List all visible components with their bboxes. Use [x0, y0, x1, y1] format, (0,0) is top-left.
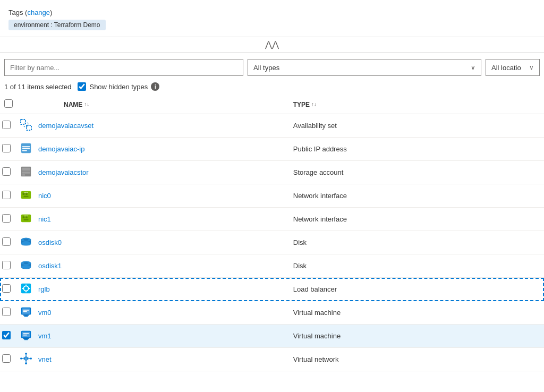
svg-rect-16: [27, 192, 28, 193]
row-checkbox[interactable]: [2, 237, 11, 246]
tags-section: Tags (change) environment : Terraform De…: [0, 8, 544, 37]
type-sort[interactable]: TYPE ↑↓: [293, 101, 317, 108]
resource-name-link[interactable]: demojavaiacavset: [38, 122, 94, 130]
resource-name-link[interactable]: rglb: [38, 285, 50, 293]
table-row: osdisk1Disk: [0, 254, 544, 278]
tags-change-link[interactable]: change: [27, 8, 50, 16]
table-row: demojavaiacavsetAvailability set: [0, 114, 544, 138]
resource-name-link[interactable]: demojavaiacstor: [38, 168, 89, 176]
svg-rect-46: [23, 338, 29, 339]
type-dropdown-label: All types: [253, 64, 279, 72]
show-hidden-types-container: Show hidden types i: [78, 82, 159, 91]
resource-name-link[interactable]: nic0: [38, 192, 51, 200]
resource-icon-cell: [19, 161, 36, 184]
resource-icon-cell: [19, 278, 36, 301]
resource-icon-cell: [19, 231, 36, 254]
resource-type-cell: Virtual network: [289, 348, 544, 371]
svg-point-54: [25, 353, 27, 355]
resource-icon-cell: [19, 301, 36, 325]
name-col-label: NAME: [64, 101, 82, 108]
svg-rect-9: [22, 172, 30, 174]
selection-count: 1 of 11 items selected: [4, 83, 71, 91]
type-col-label: TYPE: [293, 101, 310, 108]
svg-rect-15: [24, 192, 26, 193]
svg-rect-8: [22, 168, 30, 171]
header-type-col: TYPE ↑↓: [289, 95, 544, 114]
svg-rect-39: [24, 316, 28, 317]
resource-icon-cell: [19, 348, 36, 371]
table-row: osdisk0Disk: [0, 231, 544, 254]
row-checkbox[interactable]: [2, 214, 11, 223]
resource-type-cell: Network interface: [289, 208, 544, 231]
svg-rect-42: [23, 311, 27, 312]
resource-type-cell: Virtual machine: [289, 301, 544, 325]
resource-icon-cell: [19, 254, 36, 278]
svg-rect-6: [22, 150, 27, 151]
row-checkbox[interactable]: [2, 308, 11, 316]
resource-name-cell: demojavaiac-ip: [36, 138, 289, 161]
svg-rect-21: [24, 216, 26, 217]
location-dropdown[interactable]: All locatio ∨: [486, 59, 540, 76]
table-row: demojavaiac-ipPublic IP address: [0, 138, 544, 161]
svg-rect-19: [26, 216, 28, 218]
resource-name-cell: rglb: [36, 278, 289, 301]
selection-row: 1 of 11 items selected Show hidden types…: [0, 82, 544, 95]
row-checkbox[interactable]: [2, 261, 11, 269]
filter-row: All types ∨ All locatio ∨: [0, 59, 544, 82]
resource-icon-cell: [19, 184, 36, 208]
svg-rect-47: [23, 333, 29, 334]
show-hidden-checkbox[interactable]: [78, 82, 86, 91]
resource-type-cell: Network interface: [289, 184, 544, 208]
svg-rect-13: [26, 193, 28, 195]
svg-rect-12: [23, 193, 25, 195]
svg-point-57: [30, 357, 32, 360]
resource-name-cell: vnet: [36, 348, 289, 371]
collapse-bar[interactable]: ⋀⋀: [0, 37, 544, 53]
resource-type-cell: Storage account: [289, 161, 544, 184]
resource-type-cell: Virtual machine: [289, 325, 544, 348]
svg-rect-48: [23, 335, 27, 335]
resource-type-cell: Availability set: [289, 114, 544, 138]
resource-name-link[interactable]: osdisk0: [38, 238, 62, 246]
table-header-row: NAME ↑↓ TYPE ↑↓: [0, 95, 544, 114]
resource-type-cell: Load balancer: [289, 278, 544, 301]
tag-badge: environment : Terraform Demo: [8, 20, 106, 30]
row-checkbox[interactable]: [2, 191, 11, 199]
row-checkbox[interactable]: [2, 331, 11, 339]
svg-point-28: [21, 265, 31, 269]
resource-name-link[interactable]: vm1: [38, 332, 52, 340]
resource-name-link[interactable]: vm0: [38, 309, 52, 317]
filter-name-input[interactable]: [4, 59, 243, 76]
resource-icon-cell: [19, 114, 36, 138]
row-checkbox[interactable]: [2, 284, 11, 293]
type-dropdown[interactable]: All types ∨: [248, 59, 481, 76]
resource-name-cell: demojavaiacstor: [36, 161, 289, 184]
svg-rect-10: [22, 175, 26, 176]
row-checkbox[interactable]: [2, 354, 11, 363]
svg-rect-18: [23, 216, 25, 218]
type-sort-arrows: ↑↓: [311, 101, 317, 107]
info-icon[interactable]: i: [151, 82, 159, 91]
page-container: Tags (change) environment : Terraform De…: [0, 0, 544, 371]
row-checkbox[interactable]: [2, 144, 11, 152]
resource-icon-cell: [19, 138, 36, 161]
header-check-col: [0, 95, 19, 114]
resource-name-link[interactable]: osdisk1: [38, 262, 62, 270]
row-checkbox[interactable]: [2, 121, 11, 129]
row-checkbox[interactable]: [2, 167, 11, 176]
svg-point-24: [21, 242, 31, 245]
svg-rect-5: [22, 148, 30, 149]
table-row: rglbLoad balancer: [0, 278, 544, 301]
svg-rect-44: [22, 332, 30, 337]
table-row: nic0Network interface: [0, 184, 544, 208]
svg-rect-40: [23, 315, 29, 316]
svg-rect-22: [27, 216, 28, 217]
svg-point-26: [23, 239, 28, 241]
name-sort[interactable]: NAME ↑↓: [64, 101, 89, 108]
resource-name-link[interactable]: vnet: [38, 355, 52, 363]
table-row: vnetVirtual network: [0, 348, 544, 371]
resource-name-cell: osdisk0: [36, 231, 289, 254]
resource-name-link[interactable]: nic1: [38, 215, 51, 223]
header-checkbox[interactable]: [4, 99, 13, 108]
resource-name-link[interactable]: demojavaiac-ip: [38, 145, 84, 153]
